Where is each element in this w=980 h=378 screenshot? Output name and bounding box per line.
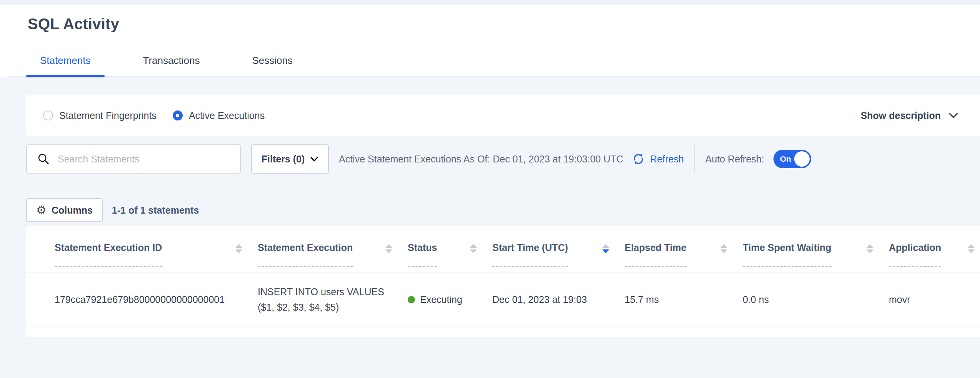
refresh-button[interactable]: Refresh <box>632 152 684 166</box>
search-input[interactable] <box>58 154 240 165</box>
tab-sessions[interactable]: Sessions <box>238 55 307 76</box>
show-description-toggle[interactable]: Show description <box>861 110 958 121</box>
cell-statement: INSERT INTO users VALUES ($1, $2, $3, $4… <box>258 284 408 315</box>
sort-arrows-icon <box>470 244 477 253</box>
table-header-row: Statement Execution ID Statement Executi… <box>26 226 980 273</box>
refresh-icon <box>632 152 645 166</box>
cell-status: Executing <box>408 292 492 307</box>
chevron-down-icon <box>948 112 958 119</box>
radio-selected-icon <box>173 110 183 120</box>
sql-activity-page: SQL Activity Statements Transactions Ses… <box>0 0 980 378</box>
search-box <box>26 144 241 174</box>
cell-elapsed-time: 15.7 ms <box>625 292 743 307</box>
columns-button[interactable]: ⚙ Columns <box>26 198 103 222</box>
refresh-label: Refresh <box>650 154 684 165</box>
radio-label: Statement Fingerprints <box>59 110 157 121</box>
window-top-strip <box>0 0 980 5</box>
column-header-status[interactable]: Status <box>408 241 492 267</box>
column-header-statement-execution-id[interactable]: Statement Execution ID <box>26 241 258 267</box>
sort-arrows-icon <box>235 244 242 253</box>
statements-table: Statement Execution ID Statement Executi… <box>26 226 980 337</box>
search-icon <box>37 152 50 166</box>
filters-button[interactable]: Filters (0) <box>251 144 329 174</box>
cell-start-time: Dec 01, 2023 at 19:03 <box>492 292 625 307</box>
sort-arrows-icon <box>385 244 392 253</box>
vertical-divider <box>694 145 695 173</box>
chevron-down-icon <box>310 156 318 162</box>
table-row[interactable]: 179cca7921e679b80000000000000001 INSERT … <box>26 273 980 326</box>
cell-time-spent-waiting: 0.0 ns <box>743 292 889 307</box>
radio-unselected-icon <box>43 110 53 120</box>
table-toolbar: ⚙ Columns 1-1 of 1 statements <box>26 198 980 222</box>
column-header-time-spent-waiting[interactable]: Time Spent Waiting <box>743 241 889 267</box>
cell-application: movr <box>889 292 980 307</box>
show-description-label: Show description <box>861 110 941 121</box>
radio-label: Active Executions <box>189 110 265 121</box>
column-header-elapsed-time[interactable]: Elapsed Time <box>625 241 743 267</box>
radio-active-executions[interactable]: Active Executions <box>173 110 265 121</box>
column-header-statement-execution[interactable]: Statement Execution <box>258 241 408 267</box>
page-body: Statement Fingerprints Active Executions… <box>0 77 980 378</box>
tab-bar: Statements Transactions Sessions <box>9 55 980 77</box>
toggle-knob <box>794 151 810 167</box>
view-mode-card: Statement Fingerprints Active Executions… <box>26 95 980 136</box>
result-count: 1-1 of 1 statements <box>112 205 199 216</box>
sort-arrows-icon-descending <box>602 244 609 253</box>
columns-label: Columns <box>52 205 93 216</box>
status-label: Executing <box>420 292 462 307</box>
controls-row: Filters (0) Active Statement Executions … <box>26 144 980 174</box>
sort-arrows-icon <box>720 244 727 253</box>
page-header: SQL Activity Statements Transactions Ses… <box>0 5 980 77</box>
auto-refresh-label: Auto Refresh: <box>705 154 764 165</box>
tab-transactions[interactable]: Transactions <box>129 55 214 76</box>
gear-icon: ⚙ <box>36 204 47 216</box>
column-header-start-time[interactable]: Start Time (UTC) <box>492 241 625 267</box>
sort-arrows-icon <box>867 244 873 253</box>
filters-label: Filters (0) <box>262 154 305 165</box>
tab-statements[interactable]: Statements <box>26 55 105 76</box>
page-title: SQL Activity <box>28 16 980 32</box>
as-of-timestamp: Active Statement Executions As Of: Dec 0… <box>339 154 623 165</box>
radio-statement-fingerprints[interactable]: Statement Fingerprints <box>43 110 157 121</box>
auto-refresh-toggle[interactable]: On <box>773 150 811 168</box>
cell-execution-id: 179cca7921e679b80000000000000001 <box>26 292 258 307</box>
sort-arrows-icon <box>968 244 975 253</box>
status-executing-icon <box>408 296 415 303</box>
toggle-state-label: On <box>780 154 791 164</box>
column-header-application[interactable]: Application <box>889 241 980 267</box>
